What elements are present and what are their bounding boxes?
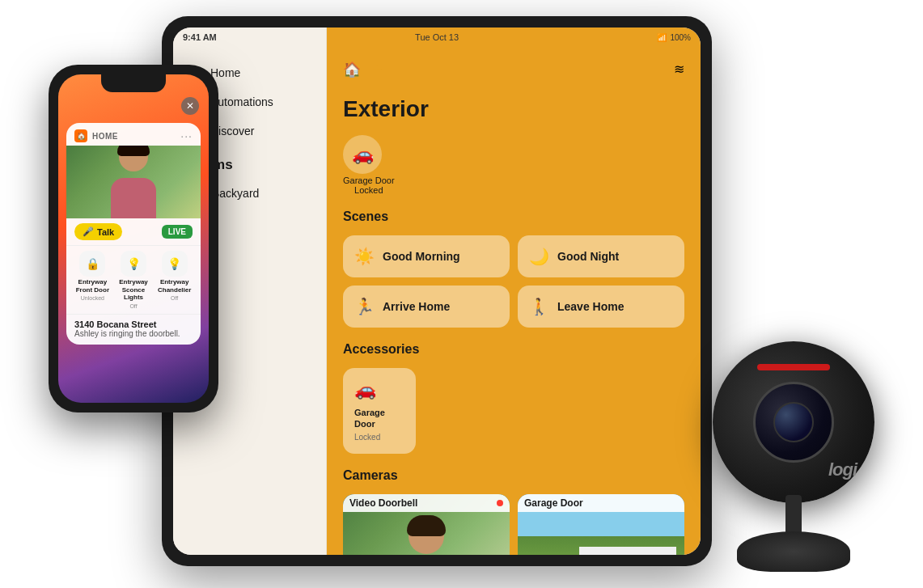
page-title: Exterior — [343, 96, 684, 122]
home-app-label: HOME — [92, 132, 118, 141]
sidebar-automations-label: Automations — [210, 95, 273, 108]
camera-red-strip — [757, 364, 830, 370]
arrive-home-icon: 🏃 — [354, 297, 375, 316]
device-chandelier[interactable]: 💡 EntrywayChandelier Off — [156, 251, 193, 309]
front-door-status: Unlocked — [81, 295, 104, 301]
garage-top-label: Garage DoorLocked — [343, 176, 395, 195]
logi-camera-device: logi — [680, 321, 907, 572]
video-person — [111, 146, 156, 218]
good-morning-label: Good Morning — [383, 250, 460, 263]
leave-home-label: Leave Home — [557, 300, 624, 313]
toolbar-add-button[interactable]: ＋ — [369, 58, 385, 80]
good-night-icon: 🌙 — [529, 247, 549, 266]
device-row: 🔒 EntrywayFront Door Unlocked 💡 Entryway… — [66, 245, 201, 314]
camera-garage-label-bar: Garage Door — [518, 494, 684, 512]
home-notification-card: 🏠 HOME ··· — [66, 123, 201, 345]
camera-body: logi — [713, 341, 874, 503]
sconce-lights-status: Off — [129, 303, 137, 309]
accessory-garage-door[interactable]: 🚗 GarageDoor Locked — [343, 368, 416, 454]
camera-base — [737, 531, 850, 572]
sconce-lights-icon: 💡 — [121, 251, 146, 277]
home-card-header: 🏠 HOME ··· — [66, 123, 201, 146]
accessory-garage-name: GarageDoor — [354, 407, 404, 430]
ipad-frame: 9:41 AM Tue Oct 13 📶 100% 🏠 Home ⏰ Aut — [162, 16, 712, 566]
scene-card-arrive-home[interactable]: 🏃 Arrive Home — [343, 286, 510, 328]
close-button[interactable]: ✕ — [181, 97, 199, 115]
mic-icon: 🎤 — [83, 226, 94, 237]
cameras-section-title: Cameras — [343, 468, 684, 483]
v-hair — [117, 146, 150, 156]
scene-card-good-morning[interactable]: ☀️ Good Morning — [343, 235, 510, 277]
good-morning-icon: ☀️ — [354, 247, 375, 266]
person-head — [409, 518, 444, 554]
garage-top-icon: 🚗 — [343, 135, 382, 174]
camera-video-doorbell[interactable]: Video Doorbell — [343, 494, 510, 555]
notification-address: 3140 Bocana Street — [74, 319, 193, 329]
camera-doorbell-name: Video Doorbell — [349, 497, 417, 509]
home-app-icon: 🏠 — [74, 129, 87, 142]
leave-home-icon: 🚶 — [529, 297, 549, 316]
camera-lens-inner — [773, 402, 814, 442]
wifi-icon: 📶 — [657, 33, 667, 42]
accessories-grid: 🚗 GarageDoor Locked — [343, 368, 684, 454]
scene-card-good-night[interactable]: 🌙 Good Night — [518, 235, 684, 277]
chandelier-icon: 💡 — [162, 251, 188, 277]
ipad-date: Tue Oct 13 — [415, 32, 459, 42]
front-door-name: EntrywayFront Door — [76, 278, 109, 294]
garage-top-accessory: 🚗 Garage DoorLocked — [343, 135, 684, 195]
iphone-frame: ✕ 🏠 HOME ··· — [49, 65, 218, 412]
talk-live-row: 🎤 Talk LIVE — [66, 218, 201, 245]
ipad-status-bar: 9:41 AM Tue Oct 13 📶 100% — [173, 27, 701, 47]
front-door-icon: 🔒 — [79, 251, 105, 277]
logi-brand-text: logi — [828, 459, 857, 480]
camera-lens-outer — [753, 382, 834, 463]
camera-garage-name: Garage Door — [524, 497, 583, 509]
ipad-main-content: 🏠 ＋ ≋ Exterior 🚗 Garage DoorLocked Scene… — [327, 27, 701, 555]
live-badge: LIVE — [162, 225, 193, 239]
toolbar-waveform-icon[interactable]: ≋ — [674, 61, 684, 77]
person-silhouette — [394, 510, 459, 555]
camera-doorbell-label-bar: Video Doorbell — [343, 494, 510, 512]
iphone-video-feed — [66, 146, 201, 218]
scene-card-leave-home[interactable]: 🚶 Leave Home — [518, 286, 684, 328]
person-hair — [407, 515, 446, 536]
iphone-device: ✕ 🏠 HOME ··· — [49, 65, 218, 412]
battery-level: 100% — [670, 33, 691, 42]
garage-wall — [579, 547, 676, 555]
notification-message: Ashley is ringing the doorbell. — [74, 329, 193, 338]
cameras-row: Video Doorbell — [343, 494, 684, 555]
v-body — [111, 178, 156, 218]
camera-live-dot — [497, 500, 503, 506]
arrive-home-label: Arrive Home — [383, 300, 450, 313]
home-card-title-row: 🏠 HOME — [74, 129, 118, 142]
accessories-section-title: Accessories — [343, 342, 684, 357]
scenes-grid: ☀️ Good Morning 🌙 Good Night 🏃 Arrive Ho… — [343, 235, 684, 328]
ipad-screen: 🏠 Home ⏰ Automations ⭐ Discover Rooms 🌿 — [173, 27, 701, 555]
scenes-section-title: Scenes — [343, 209, 684, 224]
iphone-notch — [101, 74, 166, 92]
accessory-garage-status: Locked — [354, 432, 404, 442]
accessory-garage-icon: 🚗 — [354, 379, 404, 400]
ipad-battery: 📶 100% — [657, 33, 691, 42]
home-card-menu[interactable]: ··· — [180, 129, 193, 142]
talk-button[interactable]: 🎤 Talk — [74, 223, 122, 240]
device-sconce-lights[interactable]: 💡 EntrywaySconce Lights Off — [116, 251, 152, 309]
main-scene: 9:41 AM Tue Oct 13 📶 100% 🏠 Home ⏰ Aut — [0, 0, 923, 588]
chandelier-status: Off — [171, 295, 178, 301]
ipad-toolbar: 🏠 ＋ ≋ — [343, 58, 684, 80]
talk-label: Talk — [97, 227, 114, 237]
v-head — [119, 146, 148, 171]
good-night-label: Good Night — [557, 250, 619, 263]
ipad-time: 9:41 AM — [183, 32, 217, 42]
backyard-label: Backyard — [212, 187, 259, 200]
ipad-device: 9:41 AM Tue Oct 13 📶 100% 🏠 Home ⏰ Aut — [162, 16, 712, 566]
chandelier-name: EntrywayChandelier — [158, 278, 191, 294]
toolbar-home-icon[interactable]: 🏠 — [343, 61, 361, 78]
iphone-screen: ✕ 🏠 HOME ··· — [58, 74, 209, 403]
garage-building — [579, 535, 676, 555]
sconce-lights-name: EntrywaySconce Lights — [116, 278, 152, 302]
notification-area: 3140 Bocana Street Ashley is ringing the… — [66, 314, 201, 345]
device-front-door[interactable]: 🔒 EntrywayFront Door Unlocked — [74, 251, 111, 309]
camera-garage-door[interactable]: Garage Door — [518, 494, 684, 555]
